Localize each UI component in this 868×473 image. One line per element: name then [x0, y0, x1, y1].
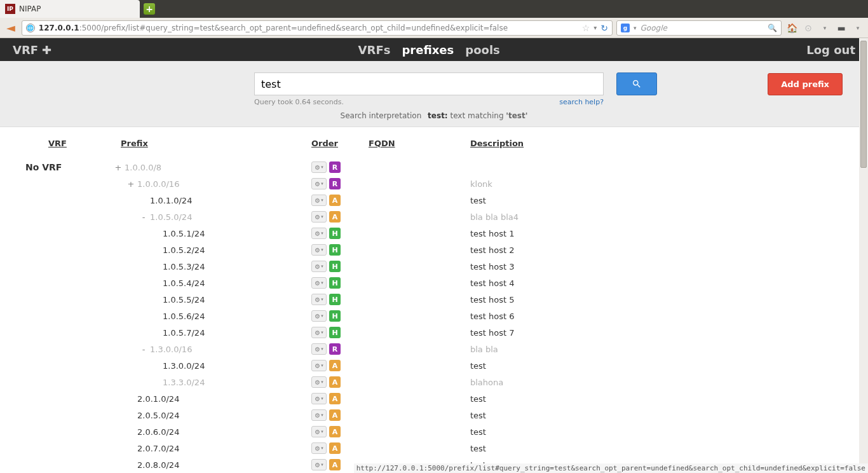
cell-prefix[interactable]: 2.0.6.0/24 [114, 427, 311, 437]
url-bar[interactable]: 🌐 127.0.0.1:5000/prefix/list#query_strin… [22, 20, 613, 36]
col-header-order[interactable]: Order [311, 139, 369, 148]
cell-prefix[interactable]: 2.0.5.0/24 [114, 411, 311, 420]
row-actions-button[interactable]: ⚙▾ [311, 261, 327, 272]
cell-prefix[interactable]: +1.0.0.0/8 [114, 163, 311, 172]
prefix-text: 1.0.5.5/24 [163, 295, 205, 305]
table-row: 1.0.5.6/24⚙▾Htest host 6 [25, 308, 843, 324]
row-actions-button[interactable]: ⚙▾ [311, 211, 327, 223]
menu-dropdown-icon[interactable]: ▾ [818, 25, 831, 31]
gear-icon: ⚙ [315, 247, 320, 254]
back-button[interactable]: ◄ [4, 21, 18, 34]
search-help-link[interactable]: search help? [559, 98, 604, 106]
row-actions-button[interactable]: ⚙▾ [311, 442, 327, 454]
url-text: 127.0.0.1:5000/prefix/list#query_string=… [39, 24, 578, 32]
gear-icon: ⚙ [315, 214, 320, 221]
feed-icon[interactable]: ⊙ [802, 23, 815, 33]
col-header-vrf[interactable]: VRF [25, 139, 114, 148]
cell-order: ⚙▾H [311, 277, 369, 289]
bookmark-star-icon[interactable]: ☆ [582, 23, 590, 33]
cell-prefix[interactable]: 1.0.5.4/24 [114, 278, 311, 288]
row-actions-button[interactable]: ⚙▾ [311, 310, 327, 322]
chevron-down-icon: ▾ [321, 247, 323, 252]
expand-icon[interactable]: + [114, 163, 122, 172]
search-button[interactable] [616, 72, 657, 95]
collapse-icon[interactable]: - [140, 345, 147, 354]
chevron-down-icon: ▾ [321, 396, 323, 401]
table-row: 1.3.0.0/24⚙▾Atest [25, 357, 843, 374]
cell-prefix[interactable]: +1.0.0.0/16 [114, 179, 311, 189]
row-actions-button[interactable]: ⚙▾ [311, 376, 327, 388]
search-magnifier-icon[interactable]: 🔍 [768, 24, 777, 32]
android-icon[interactable]: ▬ [835, 23, 848, 33]
browser-tab[interactable]: IP NIPAP [0, 0, 140, 18]
row-actions-button[interactable]: ⚙▾ [311, 244, 327, 256]
logout-link[interactable]: Log out [806, 43, 855, 57]
cell-order: ⚙▾H [311, 327, 369, 338]
prefix-text: 1.0.5.2/24 [163, 245, 205, 255]
vrf-selector-label[interactable]: VRF [13, 43, 38, 57]
vrf-add-icon[interactable]: ✚ [42, 43, 51, 57]
prefix-type-badge: A [329, 376, 341, 388]
cell-description: test host 7 [470, 328, 843, 338]
prefix-text: 1.3.0.0/24 [163, 361, 205, 371]
cell-prefix[interactable]: 1.0.1.0/24 [114, 196, 311, 205]
chevron-down-icon: ▾ [321, 346, 323, 352]
cell-prefix[interactable]: 1.0.5.1/24 [114, 229, 311, 238]
cell-prefix[interactable]: 2.0.8.0/24 [114, 460, 311, 470]
gear-icon: ⚙ [315, 164, 320, 171]
cell-prefix[interactable]: -1.0.5.0/24 [114, 212, 311, 222]
expand-icon[interactable]: + [127, 179, 135, 189]
new-tab-button[interactable]: + [140, 0, 159, 18]
row-actions-button[interactable]: ⚙▾ [311, 195, 327, 206]
row-actions-button[interactable]: ⚙▾ [311, 459, 327, 470]
collapse-icon[interactable]: - [140, 212, 147, 222]
cell-prefix[interactable]: 2.0.7.0/24 [114, 444, 311, 453]
cell-prefix[interactable]: 1.0.5.7/24 [114, 328, 311, 338]
google-icon: g [621, 24, 630, 32]
prefix-text: 1.0.5.0/24 [150, 212, 192, 222]
cell-order: ⚙▾H [311, 261, 369, 272]
nav-prefixes[interactable]: prefixes [402, 43, 454, 57]
prefix-text: 2.0.8.0/24 [137, 460, 179, 470]
row-actions-button[interactable]: ⚙▾ [311, 294, 327, 305]
url-dropdown-icon[interactable]: ▾ [593, 24, 597, 31]
cell-prefix[interactable]: 1.0.5.2/24 [114, 245, 311, 255]
cell-prefix[interactable]: 2.0.1.0/24 [114, 394, 311, 404]
row-actions-button[interactable]: ⚙▾ [311, 343, 327, 355]
col-header-prefix[interactable]: Prefix [114, 139, 311, 148]
row-actions-button[interactable]: ⚙▾ [311, 161, 327, 173]
nav-pools[interactable]: pools [465, 43, 500, 57]
home-icon[interactable]: 🏠 [785, 23, 798, 33]
cell-prefix[interactable]: 1.3.3.0/24 [114, 378, 311, 387]
cell-prefix[interactable]: 1.0.5.3/24 [114, 262, 311, 271]
row-actions-button[interactable]: ⚙▾ [311, 228, 327, 239]
cell-prefix[interactable]: -1.3.0.0/16 [114, 345, 311, 354]
cell-prefix[interactable]: 1.0.5.6/24 [114, 312, 311, 321]
row-actions-button[interactable]: ⚙▾ [311, 327, 327, 338]
cell-prefix[interactable]: 1.3.0.0/24 [114, 361, 311, 371]
row-actions-button[interactable]: ⚙▾ [311, 393, 327, 404]
add-prefix-button[interactable]: Add prefix [768, 73, 843, 95]
plus-icon: + [144, 3, 155, 15]
refresh-icon[interactable]: ↻ [600, 23, 608, 33]
row-actions-button[interactable]: ⚙▾ [311, 277, 327, 289]
browser-search-bar[interactable]: g ▾ Google 🔍 [616, 20, 782, 36]
row-actions-button[interactable]: ⚙▾ [311, 426, 327, 437]
table-row: +1.0.0.0/16⚙▾Rklonk [25, 175, 843, 192]
prefix-type-badge: A [329, 393, 341, 404]
prefix-text: 2.0.1.0/24 [137, 394, 179, 404]
col-header-description[interactable]: Description [470, 139, 843, 148]
vertical-scrollbar[interactable] [859, 38, 868, 465]
results-area: VRF Prefix Order FQDN Description No VRF… [0, 127, 868, 473]
toolbar-menu-icon[interactable]: ▾ [851, 25, 864, 31]
row-actions-button[interactable]: ⚙▾ [311, 409, 327, 421]
scrollbar-thumb[interactable] [860, 41, 867, 168]
row-actions-button[interactable]: ⚙▾ [311, 178, 327, 189]
search-engine-dropdown-icon[interactable]: ▾ [634, 25, 637, 31]
col-header-fqdn[interactable]: FQDN [369, 139, 470, 148]
prefix-search-input[interactable] [254, 72, 604, 95]
cell-prefix[interactable]: 1.0.5.5/24 [114, 295, 311, 305]
row-actions-button[interactable]: ⚙▾ [311, 360, 327, 371]
nav-vrfs[interactable]: VRFs [358, 43, 391, 57]
gear-icon: ⚙ [315, 395, 320, 402]
